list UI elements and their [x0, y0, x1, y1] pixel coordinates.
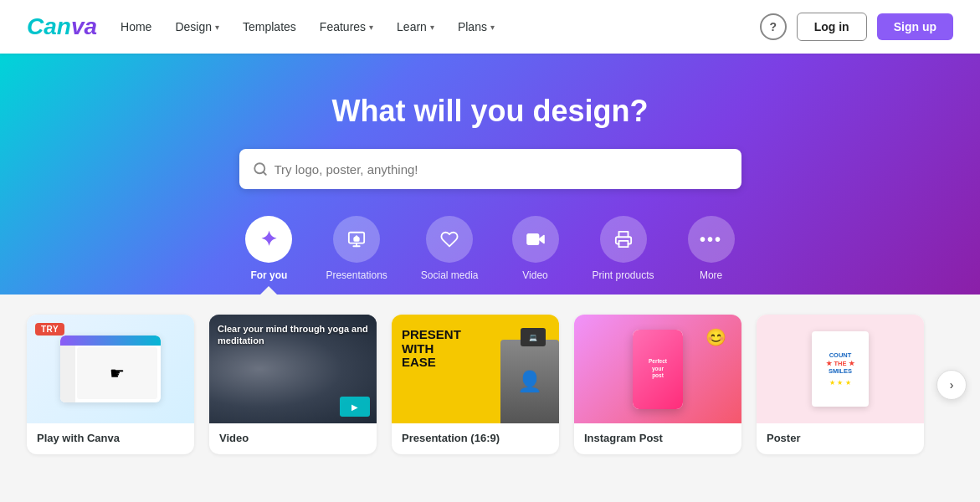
search-icon [253, 161, 268, 177]
print-products-label: Print products [593, 269, 654, 281]
card-thumb-presentation: PRESENTWITHEASE 👤 💻 [392, 315, 559, 423]
video-overlay-text: Clear your mind through yoga and meditat… [218, 323, 368, 347]
nav-home[interactable]: Home [121, 17, 151, 37]
svg-rect-8 [618, 241, 628, 247]
card-poster[interactable]: COUNT★ THE ★SMILES ★ ★ ★ Poster [757, 315, 924, 454]
social-media-label: Social media [421, 269, 479, 281]
login-button[interactable]: Log in [797, 13, 867, 41]
presentations-icon-circle [333, 216, 380, 263]
design-chevron: ▾ [215, 23, 219, 32]
svg-marker-6 [538, 235, 543, 243]
video-label: Video [522, 269, 547, 281]
next-arrow-button[interactable]: › [936, 370, 967, 400]
search-input[interactable] [275, 162, 728, 177]
for-you-icon-circle: ✦ [245, 216, 292, 263]
card-thumb-play: TRY ☛ [27, 315, 194, 423]
more-icon-circle: ••• [688, 216, 735, 263]
nav-design[interactable]: Design ▾ [175, 17, 219, 37]
presentation-text: PRESENTWITHEASE [402, 328, 461, 370]
tab-for-you[interactable]: ✦ For you [245, 216, 292, 295]
canva-logo[interactable]: Canva [27, 13, 97, 40]
card-play-with-canva[interactable]: TRY ☛ Play with Canva [27, 315, 194, 454]
card-label-presentation: Presentation (16:9) [392, 423, 559, 454]
try-badge: TRY [35, 323, 64, 336]
nav-plans[interactable]: Plans ▾ [458, 17, 495, 37]
tab-print-products[interactable]: Print products [593, 216, 654, 295]
search-bar [239, 149, 741, 189]
card-thumb-instagram: Perfectyourpost 😊 [574, 315, 741, 423]
learn-chevron: ▾ [430, 23, 434, 32]
hero-heading: What will you design? [27, 94, 953, 129]
card-label-play: Play with Canva [27, 423, 194, 454]
category-tabs: ✦ For you Presentations Social media [27, 216, 953, 295]
signup-button[interactable]: Sign up [877, 13, 953, 40]
tab-presentations[interactable]: Presentations [326, 216, 387, 295]
cards-section: TRY ☛ Play with Canva Clear your mind th… [0, 295, 980, 474]
cursor-icon: ☛ [110, 363, 125, 383]
card-thumb-video: Clear your mind through yoga and meditat… [209, 315, 377, 423]
more-label: More [700, 269, 722, 281]
phone-mockup: Perfectyourpost [633, 330, 683, 409]
nav-left: Canva Home Design ▾ Templates Features ▾… [27, 13, 495, 40]
card-presentation[interactable]: PRESENTWITHEASE 👤 💻 Presentation (16:9) [392, 315, 559, 454]
card-thumb-poster: COUNT★ THE ★SMILES ★ ★ ★ [757, 315, 924, 423]
svg-line-1 [263, 172, 265, 174]
for-you-label: For you [250, 269, 287, 281]
hero-section: What will you design? ✦ For you Presenta… [0, 54, 980, 295]
instagram-card-text: Perfectyourpost [649, 358, 667, 379]
poster-inner: COUNT★ THE ★SMILES ★ ★ ★ [812, 331, 869, 407]
plans-chevron: ▾ [490, 23, 495, 32]
social-media-icon-circle [426, 216, 473, 263]
svg-rect-7 [526, 234, 538, 245]
features-chevron: ▾ [369, 23, 373, 32]
card-label-instagram: Instagram Post [574, 423, 741, 454]
nav-learn[interactable]: Learn ▾ [397, 17, 434, 37]
tab-social-media[interactable]: Social media [421, 216, 479, 295]
card-label-video: Video [209, 423, 377, 454]
nav-features[interactable]: Features ▾ [320, 17, 373, 37]
tab-video[interactable]: Video [512, 216, 559, 295]
video-icon-circle [512, 216, 559, 263]
navbar: Canva Home Design ▾ Templates Features ▾… [0, 0, 980, 54]
tab-more[interactable]: ••• More [688, 216, 735, 295]
nav-right: ? Log in Sign up [760, 13, 953, 41]
card-video[interactable]: Clear your mind through yoga and meditat… [209, 315, 377, 454]
svg-rect-5 [354, 238, 359, 241]
play-card-ui: ☛ [60, 336, 161, 402]
nav-templates[interactable]: Templates [243, 17, 296, 37]
card-instagram[interactable]: Perfectyourpost 😊 Instagram Post [574, 315, 741, 454]
print-products-icon-circle [600, 216, 647, 263]
presentations-label: Presentations [326, 269, 387, 281]
help-button[interactable]: ? [760, 13, 787, 40]
card-label-poster: Poster [757, 423, 924, 454]
